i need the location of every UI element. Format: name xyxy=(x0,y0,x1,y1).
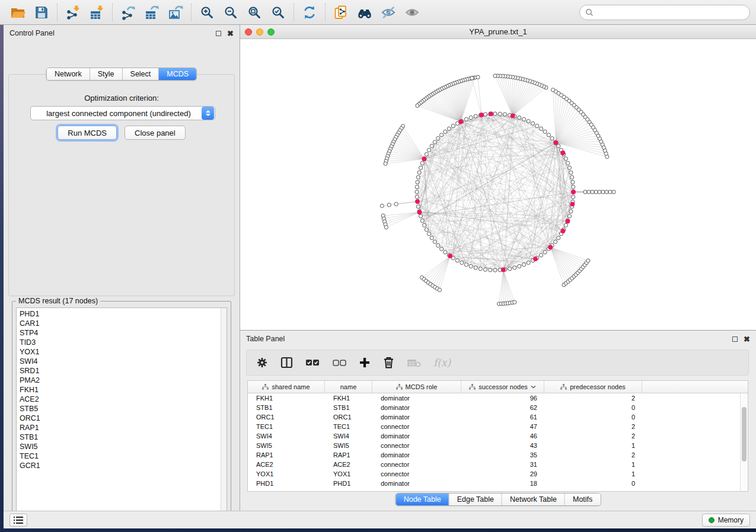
tab-edge-table[interactable]: Edge Table xyxy=(449,493,502,505)
refresh-layout-icon[interactable] xyxy=(298,2,321,23)
show-all-icon[interactable] xyxy=(400,2,424,23)
control-panel-header: Control Panel ✖ xyxy=(4,25,240,41)
close-panel-icon[interactable]: ✖ xyxy=(227,31,234,36)
table-row-SWI5[interactable]: SWI5SWI5connector431 xyxy=(248,441,740,450)
toolbar-separator xyxy=(112,4,113,21)
fit-content-icon[interactable] xyxy=(243,2,266,23)
select-all-icon[interactable] xyxy=(305,358,320,367)
table-panel-title: Table Panel xyxy=(246,335,285,343)
mcds-result-item: YOX1 xyxy=(20,347,221,357)
tab-mcds[interactable]: MCDS xyxy=(159,68,196,80)
mcds-result-item: ACE2 xyxy=(20,395,221,404)
table-row-STB1[interactable]: STB1STB1dominator620 xyxy=(248,403,740,412)
column-header-MCDS-role[interactable]: MCDS role xyxy=(372,381,461,393)
mcds-result-item: PMA2 xyxy=(20,376,221,385)
cell: dominator xyxy=(372,432,461,440)
table-row-FKH1[interactable]: FKH1FKH1dominator962 xyxy=(248,393,740,403)
column-header-name[interactable]: name xyxy=(325,381,372,393)
float-panel-icon[interactable] xyxy=(732,336,738,342)
table-scrollbar-thumb[interactable] xyxy=(742,407,747,462)
save-session-icon[interactable] xyxy=(30,2,53,23)
cell: RAP1 xyxy=(248,451,325,459)
zoom-selected-icon[interactable] xyxy=(266,2,290,23)
run-mcds-button[interactable]: Run MCDS xyxy=(58,126,117,140)
column-header-shared-name[interactable]: shared name xyxy=(248,381,325,393)
cell: 1 xyxy=(544,442,642,449)
mcds-result-item: SRD1 xyxy=(20,366,221,376)
show-columns-icon[interactable] xyxy=(280,357,293,368)
sort-desc-icon xyxy=(531,385,536,389)
export-table-icon[interactable] xyxy=(140,2,164,23)
hide-selected-icon[interactable] xyxy=(377,2,400,23)
tab-select[interactable]: Select xyxy=(123,68,160,80)
cell: connector xyxy=(372,470,461,477)
column-header-predecessor-nodes[interactable]: predecessor nodes xyxy=(544,381,642,393)
table-scrollbar[interactable] xyxy=(740,393,748,491)
table-row-TEC1[interactable]: TEC1TEC1connector472 xyxy=(248,422,740,431)
cell: connector xyxy=(372,442,461,449)
cell: 0 xyxy=(544,480,642,487)
mcds-result-item: STB5 xyxy=(20,404,221,414)
mcds-result-list[interactable]: PHD1CAR1STP4TID3YOX1SWI4SRD1PMA2FKH1ACE2… xyxy=(16,307,221,517)
add-column-icon[interactable] xyxy=(359,357,371,368)
network-canvas[interactable] xyxy=(240,39,755,330)
export-image-icon[interactable] xyxy=(164,2,187,23)
tab-style[interactable]: Style xyxy=(90,68,123,80)
cell: RAP1 xyxy=(325,451,372,459)
mcds-result-item: ORC1 xyxy=(20,414,221,423)
column-type-icon xyxy=(469,384,476,390)
task-history-button[interactable] xyxy=(9,514,27,527)
optimization-select[interactable]: largest connected component (undirected) xyxy=(30,106,215,120)
tab-network-table[interactable]: Network Table xyxy=(502,493,565,505)
toolbar-separator xyxy=(57,4,58,21)
cell: PHD1 xyxy=(248,480,325,487)
cell: dominator xyxy=(372,451,461,459)
tab-node-table[interactable]: Node Table xyxy=(396,493,449,505)
mcds-result-item: TID3 xyxy=(20,338,221,347)
cell: YOX1 xyxy=(325,470,372,477)
tab-network[interactable]: Network xyxy=(47,68,90,80)
table-row-ORC1[interactable]: ORC1ORC1dominator610 xyxy=(248,412,740,422)
table-row-ACE2[interactable]: ACE2ACE2connector311 xyxy=(248,460,740,469)
close-panel-icon[interactable]: ✖ xyxy=(744,336,750,342)
new-network-from-selection-icon[interactable] xyxy=(329,2,353,23)
toolbar-separator xyxy=(294,4,294,21)
export-network-icon[interactable] xyxy=(116,2,140,23)
close-panel-button[interactable]: Close panel xyxy=(125,126,186,140)
table-row-YOX1[interactable]: YOX1YOX1connector291 xyxy=(248,469,740,479)
cell: SWI4 xyxy=(325,432,372,440)
function-builder-icon: f(x) xyxy=(433,357,451,368)
deselect-all-icon[interactable] xyxy=(333,359,346,367)
import-network-icon[interactable] xyxy=(61,2,85,23)
mcds-result-item: SWI4 xyxy=(20,357,221,366)
mcds-result-item: STB1 xyxy=(20,432,221,442)
task-list-icon xyxy=(14,517,23,524)
zoom-out-icon[interactable] xyxy=(219,2,243,23)
zoom-in-icon[interactable] xyxy=(195,2,219,23)
mcds-result-group-title: MCDS result (17 nodes) xyxy=(16,297,100,305)
result-list-scrollbar[interactable] xyxy=(221,307,227,517)
open-file-icon[interactable] xyxy=(6,2,30,23)
cell: 2 xyxy=(544,395,642,402)
status-bar: Memory xyxy=(4,511,756,528)
table-panel: Table Panel ✖ f(x) shared namenameMCD xyxy=(240,331,756,511)
node-table-body[interactable]: FKH1FKH1dominator962STB1STB1dominator620… xyxy=(248,393,740,491)
delete-columns-icon[interactable] xyxy=(383,357,394,369)
mcds-tab-pane: Optimization criterion: largest connecte… xyxy=(8,74,235,296)
first-neighbors-icon[interactable] xyxy=(353,2,377,23)
table-row-RAP1[interactable]: RAP1RAP1dominator352 xyxy=(248,450,740,460)
cell: STB1 xyxy=(248,404,325,411)
import-table-icon[interactable] xyxy=(85,2,109,23)
cell: 47 xyxy=(461,423,544,430)
cell: SWI4 xyxy=(248,432,325,440)
table-row-PHD1[interactable]: PHD1PHD1dominator180 xyxy=(248,479,740,488)
float-panel-icon[interactable] xyxy=(216,31,221,36)
table-settings-gear-icon[interactable] xyxy=(256,357,268,368)
column-header-successor-nodes[interactable]: successor nodes xyxy=(461,381,544,393)
table-row-SWI4[interactable]: SWI4SWI4dominator462 xyxy=(248,431,740,441)
mcds-result-item: GCR1 xyxy=(20,461,221,470)
memory-button[interactable]: Memory xyxy=(702,514,750,527)
optimization-criterion-label: Optimization criterion: xyxy=(9,94,234,102)
search-input[interactable] xyxy=(596,8,744,17)
tab-motifs[interactable]: Motifs xyxy=(565,493,600,505)
